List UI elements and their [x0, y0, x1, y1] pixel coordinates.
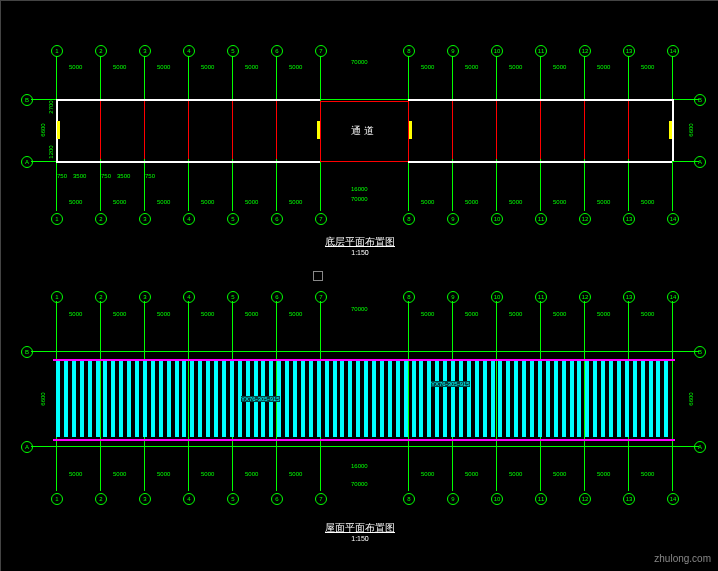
- partition: [320, 101, 321, 161]
- partition: [188, 101, 189, 159]
- roof-panel-bar: [546, 361, 550, 437]
- grid-bubble: 13: [623, 493, 635, 505]
- dimension: 70000: [351, 59, 368, 65]
- dimension: 70000: [351, 306, 368, 312]
- panel-label: YX76-305-915: [431, 381, 470, 387]
- grid-bubble: 4: [183, 213, 195, 225]
- dimension: 5000: [465, 311, 478, 317]
- roof-panel-bar: [340, 361, 344, 437]
- roof-panel-bar: [333, 361, 337, 437]
- grid-line: [100, 301, 101, 491]
- roof-edge: [53, 439, 675, 441]
- partition: [452, 101, 453, 159]
- roof-panel-bar: [230, 361, 234, 437]
- grid-num: 6: [275, 294, 278, 300]
- roof-panel-bar: [143, 361, 147, 437]
- partition: [276, 101, 277, 159]
- roof-panel-bar: [562, 361, 566, 437]
- wall: [672, 99, 674, 161]
- grid-num: 9: [451, 216, 454, 222]
- partition: [232, 101, 233, 159]
- dimension: 5000: [201, 64, 214, 70]
- roof-panel-bar: [64, 361, 68, 437]
- roof-panel-bar: [514, 361, 518, 437]
- roof-panel-bar: [577, 361, 581, 437]
- dimension: 5000: [289, 199, 302, 205]
- grid-bubble: 8: [403, 493, 415, 505]
- grid-bubble-letter: A: [694, 441, 706, 453]
- grid-num: 6: [275, 48, 278, 54]
- grid-num: 5: [231, 294, 234, 300]
- plan1-title: 底层平面布置图: [325, 235, 395, 249]
- roof-panel-bar: [538, 361, 542, 437]
- grid-num: 14: [670, 496, 677, 502]
- roof-panel-bar: [570, 361, 574, 437]
- dimension: 5000: [69, 311, 82, 317]
- grid-num: 14: [670, 216, 677, 222]
- grid-bubble: 10: [491, 45, 503, 57]
- grid-num: 14: [670, 294, 677, 300]
- grid-bubble: 10: [491, 213, 503, 225]
- grid-num: 11: [538, 48, 545, 54]
- grid-bubble-letter: A: [21, 156, 33, 168]
- roof-panel-bar: [656, 361, 660, 437]
- dimension: 6600: [688, 123, 694, 136]
- roof-panel-bar: [459, 361, 463, 437]
- dimension: 5000: [509, 64, 522, 70]
- grid-bubble: 9: [447, 45, 459, 57]
- grid-num: 3: [143, 48, 146, 54]
- grid-num: 7: [319, 48, 322, 54]
- wall: [408, 161, 672, 163]
- roof-panel-bar: [491, 361, 495, 437]
- grid-bubble: 11: [535, 493, 547, 505]
- grid-bubble: 13: [623, 291, 635, 303]
- door: [57, 121, 60, 139]
- grid-bubble: 14: [667, 291, 679, 303]
- roof-panel-bar: [427, 361, 431, 437]
- grid-letter: B: [698, 97, 702, 103]
- grid-bubble: 5: [227, 493, 239, 505]
- grid-bubble-letter: B: [694, 94, 706, 106]
- grid-num: 2: [99, 48, 102, 54]
- roof-panel-bar: [119, 361, 123, 437]
- grid-bubble: 6: [271, 45, 283, 57]
- wall: [56, 161, 320, 163]
- dimension: 16000: [351, 463, 368, 469]
- grid-bubble: 11: [535, 45, 547, 57]
- grid-bubble: 1: [51, 213, 63, 225]
- roof-panel-bar: [601, 361, 605, 437]
- grid-line: [188, 301, 189, 491]
- grid-bubble: 7: [315, 213, 327, 225]
- dimension: 5000: [245, 471, 258, 477]
- grid-num: 14: [670, 48, 677, 54]
- grid-num: 1: [55, 48, 58, 54]
- dimension: 5000: [157, 471, 170, 477]
- grid-bubble: 1: [51, 45, 63, 57]
- grid-num: 13: [626, 496, 633, 502]
- grid-bubble: 12: [579, 291, 591, 303]
- roof-panel-bar: [475, 361, 479, 437]
- roof-panel-bar: [419, 361, 423, 437]
- dimension: 5000: [201, 199, 214, 205]
- grid-num: 5: [231, 496, 234, 502]
- roof-panel-bar: [585, 361, 589, 437]
- grid-bubble: 4: [183, 493, 195, 505]
- dimension: 6600: [40, 392, 46, 405]
- dimension: 3500: [117, 173, 130, 179]
- grid-bubble: 2: [95, 213, 107, 225]
- dimension: 5000: [201, 311, 214, 317]
- roof-panel-bar: [498, 361, 502, 437]
- roof-panel-bar: [325, 361, 329, 437]
- dimension: 5000: [201, 471, 214, 477]
- grid-num: 11: [538, 216, 545, 222]
- grid-bubble: 12: [579, 45, 591, 57]
- grid-num: 13: [626, 294, 633, 300]
- grid-bubble: 11: [535, 213, 547, 225]
- grid-num: 12: [582, 48, 589, 54]
- roof-panel-bar: [167, 361, 171, 437]
- grid-bubble: 2: [95, 45, 107, 57]
- roof-panel-bar: [356, 361, 360, 437]
- roof-panel-bar: [372, 361, 376, 437]
- grid-num: 2: [99, 216, 102, 222]
- grid-bubble: 6: [271, 213, 283, 225]
